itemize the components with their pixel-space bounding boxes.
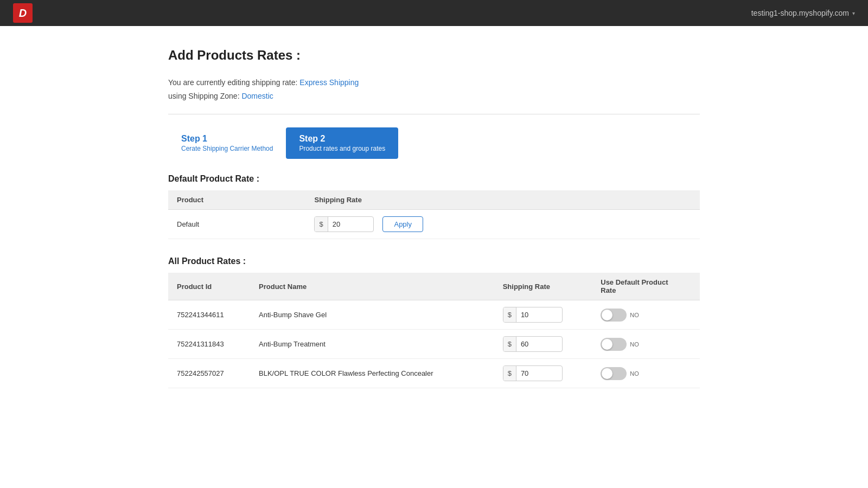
use-default-cell: NO (592, 330, 700, 359)
product-name: BLK/OPL TRUE COLOR Flawless Perfecting C… (250, 359, 494, 388)
default-rate-table: Product Shipping Rate Default $ Apply (168, 190, 700, 239)
app-logo: D (13, 3, 33, 23)
toggle-label: NO (630, 312, 639, 318)
product-id: 752242557027 (168, 359, 250, 388)
default-rate-input-group: $ (314, 216, 374, 232)
product-rate-input-group: $ (503, 336, 563, 352)
use-default-toggle[interactable] (601, 338, 627, 351)
step-1-tab[interactable]: Step 1 Cerate Shipping Carrier Method (168, 127, 286, 159)
product-name: Anti-Bump Treatment (250, 330, 494, 359)
product-rate-input[interactable] (516, 366, 554, 381)
step-1-sublabel: Cerate Shipping Carrier Method (181, 145, 273, 152)
col-use-default: Use Default ProductRate (592, 273, 700, 300)
product-name: Anti-Bump Shave Gel (250, 300, 494, 330)
toggle-knob (602, 368, 612, 379)
use-default-cell: NO (592, 300, 700, 330)
all-products-title: All Product Rates : (168, 256, 700, 266)
shipping-rate-link[interactable]: Express Shipping (299, 78, 359, 87)
product-rate-input-group: $ (503, 365, 563, 381)
use-default-toggle[interactable] (601, 367, 627, 380)
product-rate-cell: $ (494, 300, 592, 330)
table-row: 752242557027 BLK/OPL TRUE COLOR Flawless… (168, 359, 700, 388)
steps-container: Step 1 Cerate Shipping Carrier Method St… (168, 127, 700, 159)
chevron-down-icon: ▾ (852, 10, 855, 16)
col-product-name: Product Name (250, 273, 494, 300)
product-id: 752241344611 (168, 300, 250, 330)
table-row: 752241311843 Anti-Bump Treatment $ NO (168, 330, 700, 359)
use-default-toggle[interactable] (601, 309, 627, 322)
table-row: 752241344611 Anti-Bump Shave Gel $ NO (168, 300, 700, 330)
toggle-container: NO (601, 338, 691, 351)
dollar-sign-icon: $ (503, 366, 516, 381)
default-rate-row: Default $ Apply (168, 210, 700, 239)
toggle-container: NO (601, 367, 691, 380)
logo-letter: D (19, 7, 27, 20)
default-rate-title: Default Product Rate : (168, 174, 700, 184)
toggle-label: NO (630, 341, 639, 348)
page-title: Add Products Rates : (168, 48, 700, 63)
zone-link[interactable]: Domestic (241, 92, 273, 100)
toggle-label: NO (630, 370, 639, 377)
product-rate-cell: $ (494, 359, 592, 388)
toggle-knob (602, 339, 612, 350)
zone-prefix: using Shipping Zone: (168, 92, 240, 100)
col-product-id: Product Id (168, 273, 250, 300)
dollar-sign-icon: $ (503, 307, 516, 322)
all-products-header-row: Product Id Product Name Shipping Rate Us… (168, 273, 700, 300)
edit-info-prefix: You are currently editing shipping rate: (168, 78, 297, 87)
product-rate-input[interactable] (516, 307, 554, 322)
default-rate-cell: $ Apply (305, 210, 700, 239)
default-product-label: Default (168, 210, 305, 239)
apply-button[interactable]: Apply (382, 216, 423, 232)
product-rate-cell: $ (494, 330, 592, 359)
toggle-container: NO (601, 309, 691, 322)
use-default-cell: NO (592, 359, 700, 388)
default-rate-input[interactable] (328, 217, 366, 232)
toggle-knob (602, 310, 612, 320)
step-2-sublabel: Product rates and group rates (299, 145, 385, 152)
default-rate-table-header-row: Product Shipping Rate (168, 190, 700, 210)
default-dollar-sign: $ (315, 217, 328, 232)
top-nav: D testing1-shop.myshopify.com ▾ (0, 0, 868, 26)
step-2-tab[interactable]: Step 2 Product rates and group rates (286, 127, 398, 159)
edit-info: You are currently editing shipping rate:… (168, 76, 700, 103)
product-rate-input[interactable] (516, 337, 554, 351)
divider (168, 114, 700, 114)
store-selector[interactable]: testing1-shop.myshopify.com ▾ (751, 9, 855, 17)
main-content: Add Products Rates : You are currently e… (136, 26, 732, 427)
all-products-table: Product Id Product Name Shipping Rate Us… (168, 273, 700, 388)
step-1-label: Step 1 (181, 134, 273, 144)
step-2-label: Step 2 (299, 134, 385, 144)
default-col-shipping-rate: Shipping Rate (305, 190, 700, 210)
dollar-sign-icon: $ (503, 337, 516, 351)
product-rate-input-group: $ (503, 307, 563, 323)
store-name: testing1-shop.myshopify.com (751, 9, 849, 17)
col-shipping-rate: Shipping Rate (494, 273, 592, 300)
product-id: 752241311843 (168, 330, 250, 359)
default-col-product: Product (168, 190, 305, 210)
